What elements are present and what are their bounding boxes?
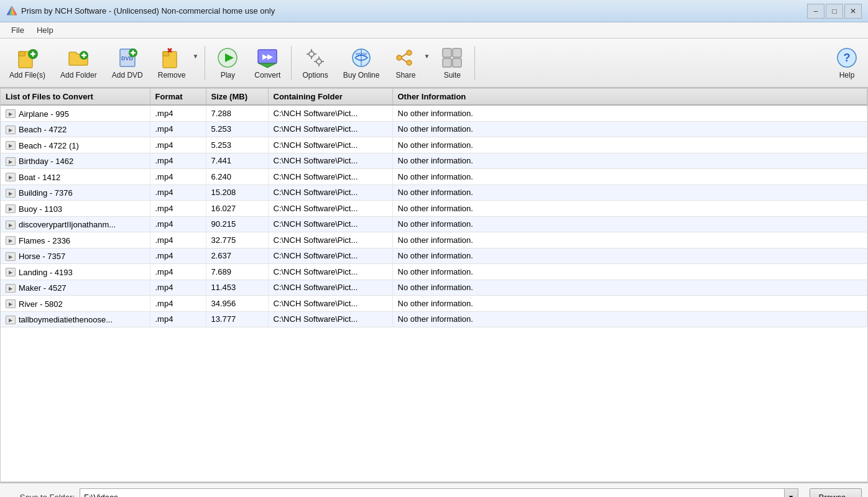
cell-format: .mp4	[150, 185, 206, 201]
cell-info: No other information.	[392, 311, 867, 327]
table-row[interactable]: ▶ Buoy - 1103 .mp4 16.027 C:\NCH Softwar…	[1, 201, 867, 217]
header-row: List of Files to Convert Format Size (MB…	[1, 89, 867, 105]
add-files-button[interactable]: Add File(s)	[2, 41, 52, 84]
cell-name: ▶ Airplane - 995	[1, 105, 150, 121]
remove-btn-row: Remove ▼	[151, 43, 201, 83]
title-bar: Prism by NCH Software - (Unlicensed) Non…	[0, 0, 868, 22]
toolbar-sep-1	[205, 46, 205, 80]
cell-folder: C:\NCH Software\Pict...	[268, 216, 392, 232]
table-row[interactable]: ▶ Beach - 4722 .mp4 5.253 C:\NCH Softwar…	[1, 121, 867, 137]
buy-online-button[interactable]: www Buy Online	[336, 41, 387, 84]
cell-info: No other information.	[392, 105, 867, 121]
save-to-folder-input[interactable]	[80, 488, 785, 497]
close-button[interactable]: ✕	[844, 4, 862, 19]
prism-icon	[6, 6, 17, 17]
cell-info: No other information.	[392, 264, 867, 280]
add-dvd-button[interactable]: DVD Add DVD	[105, 41, 150, 84]
browse-button[interactable]: Browse...	[810, 488, 862, 497]
file-type-icon: ▶	[6, 204, 16, 213]
convert-toolbar-button[interactable]: ▶▶ Convert	[247, 41, 287, 84]
add-files-label: Add File(s)	[9, 71, 45, 80]
menu-file[interactable]: File	[6, 24, 29, 36]
file-type-icon: ▶	[6, 252, 16, 261]
svg-point-32	[316, 59, 321, 64]
cell-folder: C:\NCH Software\Pict...	[268, 105, 392, 121]
play-button[interactable]: Play	[209, 41, 246, 84]
help-icon: ?	[836, 47, 858, 69]
file-type-icon: ▶	[6, 125, 16, 134]
svg-rect-43	[443, 48, 451, 57]
cell-info: No other information.	[392, 232, 867, 248]
cell-info: No other information.	[392, 169, 867, 185]
table-row[interactable]: ▶ Airplane - 995 .mp4 7.288 C:\NCH Softw…	[1, 105, 867, 121]
cell-format: .mp4	[150, 137, 206, 153]
help-button[interactable]: ? Help	[828, 41, 866, 84]
cell-name: ▶ Buoy - 1103	[1, 201, 150, 217]
options-btn-row: Options	[295, 43, 335, 83]
cell-size: 5.253	[206, 137, 268, 153]
cell-size: 32.775	[206, 232, 268, 248]
convert-toolbar-icon: ▶▶	[256, 47, 279, 69]
table-row[interactable]: ▶ discoverypartIIjonathanm... .mp4 90.21…	[1, 216, 867, 232]
table-row[interactable]: ▶ Maker - 4527 .mp4 11.453 C:\NCH Softwa…	[1, 280, 867, 296]
help-label: Help	[839, 71, 855, 80]
add-folder-button[interactable]: Add Folder	[53, 41, 104, 84]
cell-name: ▶ discoverypartIIjonathanm...	[1, 216, 150, 232]
cell-folder: C:\NCH Software\Pict...	[268, 121, 392, 137]
cell-folder: C:\NCH Software\Pict...	[268, 248, 392, 264]
cell-size: 90.215	[206, 216, 268, 232]
share-button[interactable]: Share	[387, 43, 423, 83]
file-type-icon: ▶	[6, 141, 16, 150]
remove-button[interactable]: Remove	[151, 43, 193, 83]
suite-button[interactable]: Suite	[433, 41, 471, 84]
file-type-icon: ▶	[6, 299, 16, 308]
file-type-icon: ▶	[6, 316, 16, 324]
cell-size: 7.441	[206, 153, 268, 169]
svg-rect-6	[19, 52, 25, 56]
cell-info: No other information.	[392, 248, 867, 264]
svg-rect-44	[453, 48, 461, 57]
cell-info: No other information.	[392, 121, 867, 137]
share-dropdown-arrow[interactable]: ▼	[423, 53, 432, 73]
table-row[interactable]: ▶ Boat - 1412 .mp4 6.240 C:\NCH Software…	[1, 169, 867, 185]
main-content: List of Files to Convert Format Size (MB…	[0, 88, 868, 482]
play-label: Play	[221, 71, 235, 80]
cell-name: ▶ Flames - 2336	[1, 232, 150, 248]
cell-name: ▶ Beach - 4722 (1)	[1, 137, 150, 153]
table-row[interactable]: ▶ Landing - 4193 .mp4 7.689 C:\NCH Softw…	[1, 264, 867, 280]
table-row[interactable]: ▶ Building - 7376 .mp4 15.208 C:\NCH Sof…	[1, 185, 867, 201]
menu-help[interactable]: Help	[32, 24, 58, 36]
title-bar-left: Prism by NCH Software - (Unlicensed) Non…	[6, 6, 275, 17]
folder-dropdown-btn[interactable]: ▼	[785, 488, 798, 497]
col-name: List of Files to Convert	[1, 89, 150, 105]
right-panel: Browse...	[810, 488, 862, 497]
table-row[interactable]: ▶ tallboymediatiethenoose... .mp4 13.777…	[1, 311, 867, 327]
table-row[interactable]: ▶ Birthday - 1462 .mp4 7.441 C:\NCH Soft…	[1, 153, 867, 169]
svg-rect-46	[453, 58, 461, 67]
table-row[interactable]: ▶ Horse - 7357 .mp4 2.637 C:\NCH Softwar…	[1, 248, 867, 264]
table-row[interactable]: ▶ River - 5802 .mp4 34.956 C:\NCH Softwa…	[1, 296, 867, 312]
svg-marker-25	[259, 63, 276, 68]
cell-format: .mp4	[150, 264, 206, 280]
table-row[interactable]: ▶ Beach - 4722 (1) .mp4 5.253 C:\NCH Sof…	[1, 137, 867, 153]
cell-name: ▶ Beach - 4722	[1, 121, 150, 137]
toolbar-spacer	[479, 41, 827, 84]
cell-folder: C:\NCH Software\Pict...	[268, 280, 392, 296]
bottom-area: Save to Folder: ▼ Browse... Output Forma…	[0, 482, 868, 497]
svg-point-40	[397, 55, 402, 60]
table-row[interactable]: ▶ Flames - 2336 .mp4 32.775 C:\NCH Softw…	[1, 232, 867, 248]
file-type-icon: ▶	[6, 109, 16, 118]
remove-dropdown-arrow[interactable]: ▼	[192, 53, 201, 73]
cell-info: No other information.	[392, 137, 867, 153]
file-list-container[interactable]: List of Files to Convert Format Size (MB…	[0, 88, 868, 482]
add-dvd-icon: DVD	[116, 47, 139, 69]
cell-name: ▶ Birthday - 1462	[1, 153, 150, 169]
save-to-folder-label: Save to Folder:	[6, 493, 75, 498]
options-button[interactable]: Options	[295, 43, 335, 83]
add-folder-label: Add Folder	[60, 71, 97, 80]
minimize-button[interactable]: –	[807, 4, 824, 19]
menu-bar: File Help	[0, 22, 868, 39]
cell-name: ▶ Landing - 4193	[1, 264, 150, 280]
file-table-body: ▶ Airplane - 995 .mp4 7.288 C:\NCH Softw…	[1, 105, 867, 327]
maximize-button[interactable]: □	[826, 4, 843, 19]
